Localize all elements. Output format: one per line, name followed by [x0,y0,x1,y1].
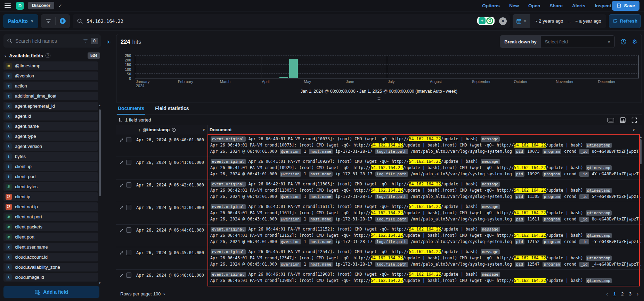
row-checkbox[interactable] [126,182,131,187]
scrollbar-thumb[interactable] [640,139,642,164]
field-item-client.packets[interactable]: #client.packets [3,223,98,231]
nav-inspect[interactable]: Inspect [595,3,611,8]
collapse-sidebar-button[interactable] [106,39,112,45]
chevron-down-icon[interactable]: ∨ [203,128,205,132]
chevron-down-icon[interactable]: ∨ [4,54,7,58]
field-item-@version[interactable]: t@version [3,72,98,80]
field-search-input[interactable] [15,38,80,44]
display-options-button[interactable] [620,117,626,123]
row-checkbox[interactable] [126,250,131,255]
refresh-button[interactable]: Refresh [609,14,641,28]
expand-row-button[interactable] [119,205,124,210]
field-item-cloud.account.id[interactable]: kcloud.account.id [3,253,98,261]
field-item-client.ip[interactable]: IPclient.ip [3,192,98,201]
breakdown-select[interactable]: Select field ∨ [541,36,614,48]
date-picker-menu-button[interactable]: ∨ [513,14,530,28]
gear-icon[interactable]: ⚙ [632,39,637,45]
extension-icon-1[interactable]: + [479,17,486,24]
field-item-agent.id[interactable]: kagent.id [3,112,98,120]
field-item-client_port[interactable]: tclient_port [3,172,98,181]
x-axis-label: January2024 [135,80,149,88]
tab-field-statistics[interactable]: Field statistics [154,102,189,115]
row-checkbox[interactable] [126,137,131,142]
rows-per-page-button[interactable]: Rows per page: 100 ∨ [120,291,166,296]
nav-share[interactable]: Share [549,3,563,8]
scroll-up-icon[interactable]: ▲ [639,135,642,139]
field-item-agent.name[interactable]: kagent.name [3,122,98,131]
field-item-bytes[interactable]: tbytes [3,152,98,161]
row-checkbox[interactable] [126,273,131,278]
nav-new[interactable]: New [509,3,519,8]
question-icon[interactable]: ? [46,53,50,58]
field-item-action[interactable]: taction [3,82,98,90]
expand-row-button[interactable] [119,250,124,255]
date-to[interactable]: ~ a year ago [575,18,601,24]
expand-row-button[interactable] [119,182,124,187]
scrollbar-thumb[interactable] [99,109,101,196]
field-item-client.bytes[interactable]: #client.bytes [3,182,98,191]
field-type-num-icon: # [6,224,12,230]
menu-icon[interactable] [5,3,11,8]
page-2[interactable]: 2 [621,291,624,296]
query-input[interactable] [73,18,510,24]
x-axis-label: June [345,80,354,84]
field-item-additional_time_float[interactable]: tadditional_time_float [3,92,98,100]
table-scrollbar[interactable]: ▲ [639,134,642,287]
filter-icon[interactable] [83,39,88,43]
available-fields-title[interactable]: Available fields [9,53,43,58]
expand-row-button[interactable] [119,160,124,165]
chart-x-axis: January2024FebruaryMarchAprilMayJuneJuly… [135,80,639,84]
page-1[interactable]: 1 [613,291,616,296]
row-checkbox[interactable] [126,160,131,165]
highlighted-term: 54.162.164.22 [514,278,546,283]
field-item-client_ip[interactable]: tclient_ip [3,162,98,171]
row-checkbox[interactable] [126,227,131,233]
nav-open[interactable]: Open [528,3,540,8]
log-text: Apr 26 06:44:01 PA-VM crond[12152]: (roo… [210,233,371,238]
breadcrumb[interactable]: Discover [28,2,54,9]
nav-options[interactable]: Options [482,3,500,8]
nav-alerts[interactable]: Alerts [572,3,585,8]
scroll-up-icon[interactable]: ▲ [98,104,101,107]
field-item-cloud.image.id[interactable]: kcloud.image.id [3,273,98,282]
expand-row-button[interactable] [119,227,124,233]
field-item-agent.type[interactable]: kagent.type [3,132,98,141]
resize-handle[interactable]: = [377,95,381,101]
gridline-vertical [513,56,513,78]
keyboard-shortcuts-button[interactable] [608,118,614,123]
tab-documents[interactable]: Documents [117,102,145,115]
chevron-down-icon[interactable]: ∨ [633,128,635,132]
expand-row-button[interactable] [119,137,124,142]
field-item-agent.ephemeral_id[interactable]: kagent.ephemeral_id [3,102,98,110]
add-field-button[interactable]: Add a field [3,286,99,298]
page-3[interactable]: 3 [629,291,631,296]
field-item-agent.version[interactable]: kagent.version [3,142,98,151]
sidebar-scrollbar[interactable]: ▲ ▼ [98,104,101,285]
clear-query-button[interactable]: ✕ [499,17,507,25]
saved-queries-button[interactable] [41,14,55,28]
document-column-header[interactable]: Document ∨ [207,125,642,134]
extension-icon-2[interactable]: G [486,17,493,24]
expand-row-button[interactable] [119,273,124,278]
field-item-client.nat.port[interactable]: #client.nat.port [3,212,98,221]
field-item-client.nat.ip[interactable]: IPclient.nat.ip [3,202,98,211]
scroll-down-icon[interactable]: ▼ [98,282,101,285]
next-page-button[interactable]: › [637,291,638,297]
fullscreen-button[interactable] [631,117,637,123]
field-item-@timestamp[interactable]: ▦@timestamp [3,61,98,70]
data-view-switcher[interactable]: PaloAlto ∨ [3,14,38,28]
chart-options-button[interactable] [620,39,627,45]
previous-page-button[interactable]: ‹ [606,291,608,297]
breakdown-placeholder: Select field [545,39,568,44]
save-button[interactable]: Save [612,1,639,11]
row-checkbox[interactable] [126,205,131,210]
add-filter-button[interactable] [56,14,70,28]
field-name: agent.type [15,134,36,139]
date-from[interactable]: ~ 2 years ago [535,18,563,24]
timestamp-column-header[interactable]: ↑ @timestamp ∨ [136,125,207,134]
field-item-client.port[interactable]: #client.port [3,233,98,241]
field-item-cloud.availability_zone[interactable]: kcloud.availability_zone [3,263,98,271]
space-logo[interactable]: D [16,2,24,10]
field-item-client.user.name[interactable]: kclient.user.name [3,243,98,251]
field-sorted-button[interactable]: 1 field sorted [125,117,151,123]
